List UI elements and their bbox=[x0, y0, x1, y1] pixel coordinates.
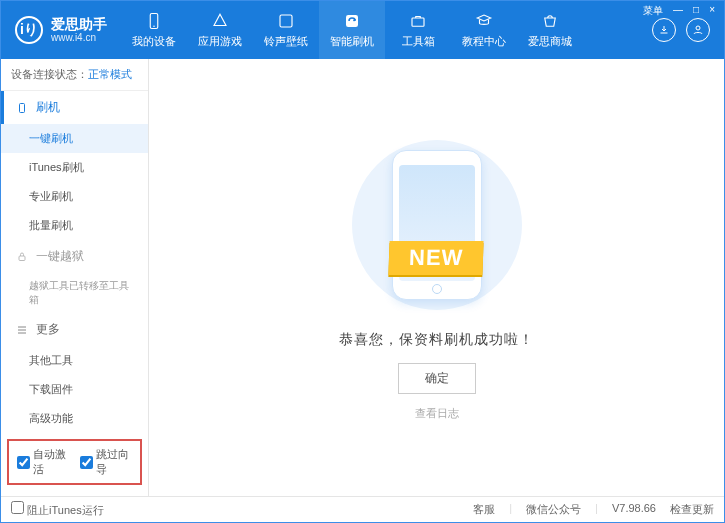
flash-icon bbox=[342, 12, 362, 30]
brand-block: iり 爱思助手 www.i4.cn bbox=[1, 16, 121, 44]
success-illustration: NEW bbox=[327, 135, 547, 315]
window-menu-button[interactable]: 菜单 bbox=[640, 3, 666, 19]
phone-illustration bbox=[392, 150, 482, 300]
brand-title: 爱思助手 bbox=[51, 17, 107, 32]
top-nav: 我的设备 应用游戏 铃声壁纸 智能刷机 工具箱 教程中心 bbox=[121, 1, 652, 59]
skip-guide-input[interactable] bbox=[80, 456, 93, 469]
menu-icon bbox=[16, 324, 28, 336]
phone-icon bbox=[144, 12, 164, 30]
app-window: 菜单 — □ × iり 爱思助手 www.i4.cn 我的设备 应用游戏 铃声壁 bbox=[0, 0, 725, 523]
more-list: 其他工具 下载固件 高级功能 bbox=[1, 346, 148, 433]
download-button[interactable] bbox=[652, 18, 676, 42]
section-more-title: 更多 bbox=[36, 321, 60, 338]
nav-store[interactable]: 爱思商城 bbox=[517, 1, 583, 59]
status-label: 设备连接状态： bbox=[11, 68, 88, 80]
sidebar-item-itunes-flash[interactable]: iTunes刷机 bbox=[1, 153, 148, 182]
apps-icon bbox=[210, 12, 230, 30]
sidebar-item-pro-flash[interactable]: 专业刷机 bbox=[1, 182, 148, 211]
header-actions bbox=[652, 18, 724, 42]
nav-label: 我的设备 bbox=[132, 34, 176, 49]
nav-label: 工具箱 bbox=[402, 34, 435, 49]
separator: | bbox=[509, 502, 512, 517]
new-ribbon: NEW bbox=[389, 241, 485, 275]
download-icon bbox=[658, 24, 670, 36]
block-itunes-checkbox[interactable]: 阻止iTunes运行 bbox=[11, 501, 104, 518]
sidebar-item-advanced[interactable]: 高级功能 bbox=[1, 404, 148, 433]
auto-activate-label: 自动激活 bbox=[33, 447, 70, 477]
svg-rect-3 bbox=[346, 15, 358, 27]
block-itunes-input[interactable] bbox=[11, 501, 24, 514]
separator: | bbox=[595, 502, 598, 517]
footer-right: 客服 | 微信公众号 | V7.98.66 检查更新 bbox=[473, 502, 714, 517]
tutorial-icon bbox=[474, 12, 494, 30]
brand-logo-icon: iり bbox=[15, 16, 43, 44]
svg-rect-7 bbox=[19, 256, 25, 261]
sidebar-item-oneclick-flash[interactable]: 一键刷机 bbox=[1, 124, 148, 153]
footer-check-update-link[interactable]: 检查更新 bbox=[670, 502, 714, 517]
connection-status: 设备连接状态：正常模式 bbox=[1, 59, 148, 91]
window-controls: 菜单 — □ × bbox=[640, 3, 718, 19]
section-flash-title: 刷机 bbox=[36, 99, 60, 116]
footer-version: V7.98.66 bbox=[612, 502, 656, 517]
section-more-header[interactable]: 更多 bbox=[1, 313, 148, 346]
sidebar-item-batch-flash[interactable]: 批量刷机 bbox=[1, 211, 148, 240]
jailbreak-note: 越狱工具已转移至工具箱 bbox=[1, 273, 148, 313]
brand-url: www.i4.cn bbox=[51, 32, 107, 43]
ok-button[interactable]: 确定 bbox=[398, 363, 476, 394]
auto-activate-checkbox[interactable]: 自动激活 bbox=[17, 447, 70, 477]
section-flash-header[interactable]: 刷机 bbox=[1, 91, 148, 124]
auto-activate-input[interactable] bbox=[17, 456, 30, 469]
nav-toolbox[interactable]: 工具箱 bbox=[385, 1, 451, 59]
section-jailbreak-header[interactable]: 一键越狱 bbox=[1, 240, 148, 273]
sidebar-item-download-firmware[interactable]: 下载固件 bbox=[1, 375, 148, 404]
skip-guide-label: 跳过向导 bbox=[96, 447, 133, 477]
section-jailbreak-title: 一键越狱 bbox=[36, 248, 84, 265]
wallpaper-icon bbox=[276, 12, 296, 30]
user-icon bbox=[692, 24, 704, 36]
nav-label: 教程中心 bbox=[462, 34, 506, 49]
nav-label: 铃声壁纸 bbox=[264, 34, 308, 49]
store-icon bbox=[540, 12, 560, 30]
svg-rect-4 bbox=[412, 18, 424, 26]
block-itunes-label: 阻止iTunes运行 bbox=[27, 504, 104, 516]
skip-guide-checkbox[interactable]: 跳过向导 bbox=[80, 447, 133, 477]
nav-tutorial[interactable]: 教程中心 bbox=[451, 1, 517, 59]
sidebar: 设备连接状态：正常模式 刷机 一键刷机 iTunes刷机 专业刷机 批量刷机 一… bbox=[1, 59, 149, 496]
flash-list: 一键刷机 iTunes刷机 专业刷机 批量刷机 bbox=[1, 124, 148, 240]
nav-smart-flash[interactable]: 智能刷机 bbox=[319, 1, 385, 59]
header: 菜单 — □ × iり 爱思助手 www.i4.cn 我的设备 应用游戏 铃声壁 bbox=[1, 1, 724, 59]
sidebar-item-other-tools[interactable]: 其他工具 bbox=[1, 346, 148, 375]
footer: 阻止iTunes运行 客服 | 微信公众号 | V7.98.66 检查更新 bbox=[1, 496, 724, 522]
nav-my-device[interactable]: 我的设备 bbox=[121, 1, 187, 59]
user-button[interactable] bbox=[686, 18, 710, 42]
view-log-link[interactable]: 查看日志 bbox=[415, 406, 459, 421]
svg-rect-6 bbox=[20, 103, 25, 112]
svg-rect-2 bbox=[280, 15, 292, 27]
content-panel: NEW 恭喜您，保资料刷机成功啦！ 确定 查看日志 bbox=[149, 59, 724, 496]
footer-wechat-link[interactable]: 微信公众号 bbox=[526, 502, 581, 517]
svg-point-5 bbox=[696, 26, 700, 30]
success-message: 恭喜您，保资料刷机成功啦！ bbox=[339, 331, 534, 349]
window-max-button[interactable]: □ bbox=[690, 3, 702, 19]
lock-icon bbox=[16, 251, 28, 263]
nav-ringtone-wallpaper[interactable]: 铃声壁纸 bbox=[253, 1, 319, 59]
window-close-button[interactable]: × bbox=[706, 3, 718, 19]
status-value: 正常模式 bbox=[88, 68, 132, 80]
window-min-button[interactable]: — bbox=[670, 3, 686, 19]
nav-label: 应用游戏 bbox=[198, 34, 242, 49]
toolbox-icon bbox=[408, 12, 428, 30]
footer-left: 阻止iTunes运行 bbox=[11, 501, 104, 518]
svg-point-1 bbox=[153, 25, 155, 27]
nav-label: 智能刷机 bbox=[330, 34, 374, 49]
options-highlight-box: 自动激活 跳过向导 bbox=[7, 439, 142, 485]
nav-label: 爱思商城 bbox=[528, 34, 572, 49]
footer-kefu-link[interactable]: 客服 bbox=[473, 502, 495, 517]
nav-apps-games[interactable]: 应用游戏 bbox=[187, 1, 253, 59]
main-area: 设备连接状态：正常模式 刷机 一键刷机 iTunes刷机 专业刷机 批量刷机 一… bbox=[1, 59, 724, 496]
phone-icon bbox=[16, 102, 28, 114]
